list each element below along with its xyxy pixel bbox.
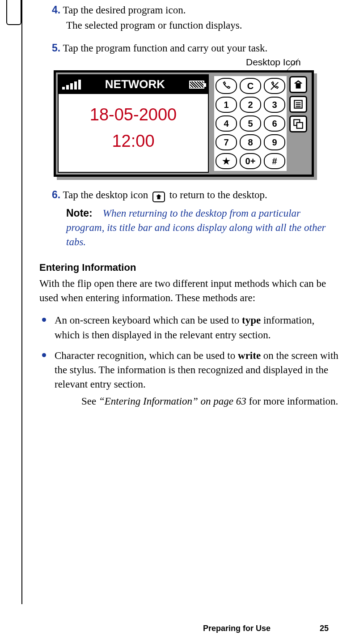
lcd-title: NETWORK [81,76,189,92]
svg-rect-7 [297,122,303,128]
key-6[interactable]: 6 [264,115,285,132]
key-7[interactable]: 7 [216,134,237,150]
see-text: See [81,396,99,407]
key-3[interactable]: 3 [264,97,285,113]
inline-desktop-icon [152,192,165,202]
signal-icon [62,80,81,90]
step-number: 4. [52,4,60,16]
list-icon[interactable] [289,96,307,113]
step-4-result: The selected program or function display… [66,18,340,33]
desktop-icon[interactable] [289,76,307,93]
key-2[interactable]: 2 [240,97,261,113]
note: Note: When returning to the desktop from… [66,206,340,250]
margin-rule [21,0,22,604]
see-text: for more information. [246,396,338,407]
keypad: C 1 2 3 4 5 6 7 8 9 ★ 0+ # [214,76,287,171]
step-text: Tap the program function and carry out y… [63,43,268,54]
bullet-text: Character recognition, which can be used… [55,350,238,361]
note-text: When returning to the desktop from a par… [66,208,326,247]
footer-section: Preparing for Use [203,624,271,633]
step-text: Tap the desired program icon. [63,4,186,16]
side-icons [289,76,309,132]
key-star[interactable]: ★ [216,153,237,169]
key-8[interactable]: 8 [240,134,261,150]
step-number: 5. [52,42,60,54]
battery-icon [189,81,204,89]
bullet-recognition: Character recognition, which can be used… [39,349,340,409]
footer-page-number: 25 [320,624,329,633]
bullet-bold: write [238,350,261,361]
step-number: 6. [52,189,60,200]
key-hash[interactable]: # [264,153,285,169]
bullet-keyboard: An on-screen keyboard which can be used … [39,313,340,342]
step-5: 5. Tap the program function and carry ou… [52,41,340,55]
step-text-before: Tap the desktop icon [63,189,151,200]
key-5[interactable]: 5 [240,115,261,132]
note-label: Note: [66,207,93,219]
lcd-date: 18-05-2000 [59,103,208,127]
device-frame: NETWORK 18-05-2000 12:00 C 1 2 [54,70,314,177]
page-tab [6,0,21,25]
section-intro: With the flip open there are two differe… [39,277,340,305]
see-reference: See “Entering Information” on page 63 fo… [81,394,340,409]
device-figure: NETWORK 18-05-2000 12:00 C 1 2 [54,66,340,181]
key-c[interactable]: C [240,78,261,94]
key-0[interactable]: 0+ [240,153,261,169]
windows-icon[interactable] [289,115,307,132]
bullet-text: An on-screen keyboard which can be used … [55,315,242,326]
step-6: 6. Tap the desktop icon to return to the… [52,188,340,202]
lcd-status-bar: NETWORK [59,75,208,94]
page-footer: Preparing for Use 25 [0,624,351,633]
section-heading: Entering Information [39,261,340,275]
page-content: 4. Tap the desired program icon. The sel… [39,0,340,419]
cross-reference: “Entering Information” on page 63 [99,396,246,407]
key-4[interactable]: 4 [216,115,237,132]
key-1[interactable]: 1 [216,97,237,113]
key-end-icon[interactable] [264,78,285,94]
lcd-screen: NETWORK 18-05-2000 12:00 [58,74,209,173]
key-call-icon[interactable] [216,78,237,94]
bullet-list: An on-screen keyboard which can be used … [39,313,340,409]
bullet-bold: type [242,315,261,326]
step-4: 4. Tap the desired program icon. [52,3,340,17]
lcd-time: 12:00 [59,129,208,153]
key-9[interactable]: 9 [264,134,285,150]
step-text-after: to return to the desktop. [169,189,267,200]
